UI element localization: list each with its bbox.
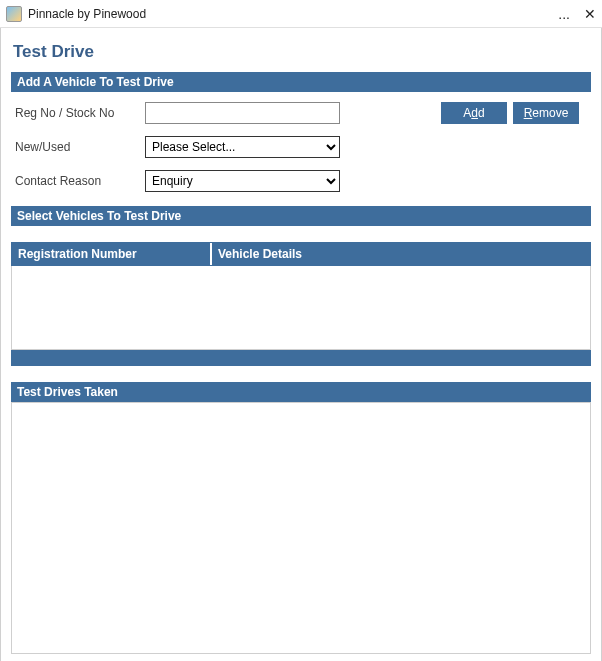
page-title: Test Drive xyxy=(11,34,591,72)
content-area: Test Drive Add A Vehicle To Test Drive A… xyxy=(0,28,602,661)
reg-no-label: Reg No / Stock No xyxy=(15,106,145,120)
add-button[interactable]: Add xyxy=(441,102,507,124)
remove-button[interactable]: Remove xyxy=(513,102,579,124)
add-vehicle-heading: Add A Vehicle To Test Drive xyxy=(11,72,591,92)
window-title: Pinnacle by Pinewood xyxy=(28,7,558,21)
vehicle-table-header: Registration Number Vehicle Details xyxy=(11,242,591,266)
reg-no-input[interactable] xyxy=(145,102,340,124)
contact-reason-label: Contact Reason xyxy=(15,174,145,188)
more-button[interactable]: ... xyxy=(558,7,570,21)
select-vehicles-heading: Select Vehicles To Test Drive xyxy=(11,206,591,226)
new-used-select[interactable]: Please Select... xyxy=(145,136,340,158)
close-button[interactable]: ✕ xyxy=(584,7,596,21)
col-registration: Registration Number xyxy=(12,243,212,265)
window-controls: ... ✕ xyxy=(558,7,596,21)
contact-reason-select[interactable]: Enquiry xyxy=(145,170,340,192)
app-icon xyxy=(6,6,22,22)
add-vehicle-form: Add Remove Reg No / Stock No New/Used Pl… xyxy=(11,92,591,206)
new-used-label: New/Used xyxy=(15,140,145,154)
title-bar: Pinnacle by Pinewood ... ✕ xyxy=(0,0,602,28)
vehicle-table-body[interactable] xyxy=(11,266,591,350)
footer-actions: Accept Cancel xyxy=(11,654,591,661)
test-drives-taken-heading: Test Drives Taken xyxy=(11,382,591,402)
vehicle-table-footer-bar xyxy=(11,350,591,366)
col-vehicle-details: Vehicle Details xyxy=(212,243,590,265)
test-drives-taken-body[interactable] xyxy=(11,402,591,654)
